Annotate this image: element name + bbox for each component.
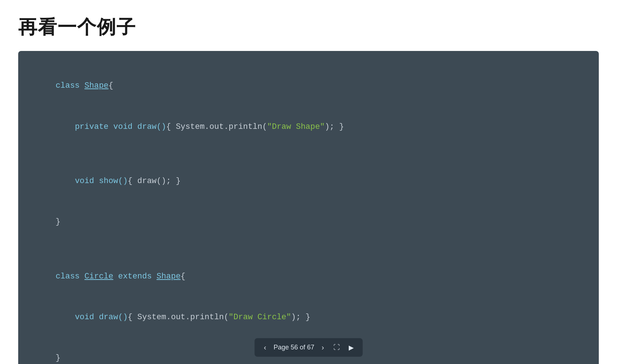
method-show: show() [99,177,128,186]
page-indicator: Page 56 of 67 [273,344,314,351]
keyword-class-2: class [56,272,84,281]
brace-open-1: { [108,81,113,90]
method-draw-1: draw() [137,122,166,131]
classname-shape-2: Shape [157,272,181,281]
keyword-void-2: void [75,177,99,186]
string-draw-shape: "Draw Shape" [267,122,325,131]
keyword-extends: extends [118,272,157,281]
pointer-icon-button[interactable]: ▶ [347,342,356,353]
next-page-button[interactable]: › [319,342,327,353]
keyword-void-1: void [113,122,137,131]
classname-circle: Circle [84,272,113,281]
pagination-bar: ‹ Page 56 of 67 › ⛶ ▶ [254,338,363,357]
fullscreen-icon-button[interactable]: ⛶ [331,342,342,353]
page-title: 再看一个例子 [0,0,617,51]
keyword-private: private [75,122,114,131]
string-draw-circle: "Draw Circle" [229,313,291,322]
classname-shape-1: Shape [84,81,108,90]
keyword-class-1: class [56,81,84,90]
prev-page-button[interactable]: ‹ [261,342,269,353]
code-block: class Shape{ private void draw(){ System… [18,51,599,364]
method-draw-2: draw() [99,313,128,322]
keyword-void-3: void [75,313,99,322]
